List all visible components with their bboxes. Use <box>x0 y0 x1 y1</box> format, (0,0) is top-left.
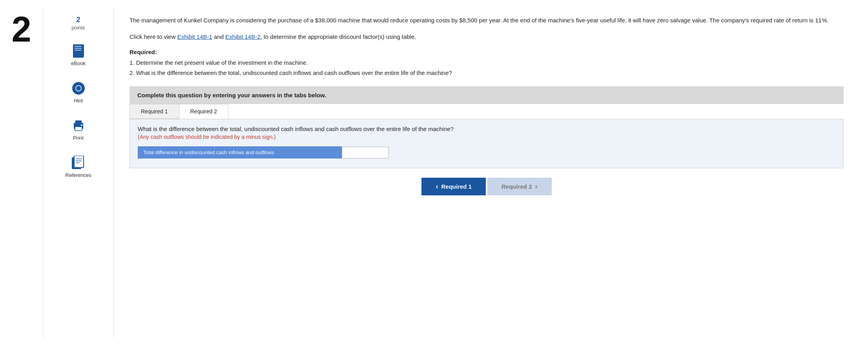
print-label: Print <box>73 135 84 141</box>
book-icon <box>71 43 86 59</box>
question-number: 2 <box>11 12 31 47</box>
required-list: 1. Determine the net present value of th… <box>129 58 844 78</box>
print-icon <box>71 118 86 133</box>
exhibit-line: Click here to view Exhibit 14B-1 and Exh… <box>129 32 844 42</box>
question-number-column: 2 <box>0 8 43 338</box>
exhibit2-link[interactable]: Exhibit 14B-2 <box>225 33 260 40</box>
tabs-container: Required 1 Required 2 <box>129 104 844 119</box>
answer-label: Total difference in undiscounted cash in… <box>138 146 342 158</box>
chevron-right-icon <box>535 182 538 191</box>
required-section: Required: 1. Determine the net present v… <box>129 49 844 78</box>
sidebar-item-ebook[interactable]: eBook <box>43 40 113 69</box>
answer-input[interactable] <box>342 147 389 158</box>
svg-rect-1 <box>75 120 82 124</box>
main-content: The management of Kunkel Company is cons… <box>114 8 859 338</box>
tab-content: What is the difference between the total… <box>129 119 844 168</box>
required-item-1: 1. Determine the net present value of th… <box>129 58 844 68</box>
answer-row: Total difference in undiscounted cash in… <box>138 146 835 158</box>
required2-nav-button: Required 2 <box>487 178 552 195</box>
tab-required2[interactable]: Required 2 <box>179 104 229 119</box>
exhibit-intro: Click here to view <box>129 33 177 40</box>
exhibit-suffix: , to determine the appropriate discount … <box>261 33 416 40</box>
question-body: The management of Kunkel Company is cons… <box>129 16 844 25</box>
sidebar-item-hint[interactable]: Hint <box>43 77 113 107</box>
tab-note: (Any cash outflows should be indicated b… <box>138 134 835 140</box>
points-section: 2 points <box>71 16 85 31</box>
sidebar: 2 points eBook Hint P <box>43 8 114 338</box>
btn1-label: Required 1 <box>441 183 472 190</box>
hint-icon <box>71 80 86 96</box>
svg-point-3 <box>81 124 82 126</box>
ebook-label: eBook <box>71 60 86 66</box>
points-label: points <box>71 25 85 31</box>
references-icon <box>71 155 86 171</box>
instruction-bar: Complete this question by entering your … <box>129 86 844 104</box>
sidebar-item-references[interactable]: References <box>43 152 113 181</box>
references-label: References <box>65 172 91 178</box>
required-item-2: 2. What is the difference between the to… <box>129 68 844 78</box>
nav-buttons: Required 1 Required 2 <box>129 178 844 195</box>
svg-rect-2 <box>75 127 82 131</box>
sidebar-item-print[interactable]: Print <box>43 115 113 144</box>
exhibit-and: and <box>212 33 225 40</box>
tab-question: What is the difference between the total… <box>138 126 835 132</box>
required-header: Required: <box>129 49 844 55</box>
points-value: 2 <box>71 16 85 24</box>
svg-rect-5 <box>74 156 84 168</box>
tab-required1[interactable]: Required 1 <box>129 104 179 119</box>
required1-nav-button[interactable]: Required 1 <box>421 178 486 195</box>
hint-label: Hint <box>74 98 83 104</box>
exhibit1-link[interactable]: Exhibit 14B-1 <box>177 33 212 40</box>
chevron-left-icon <box>436 182 438 191</box>
btn2-label: Required 2 <box>501 183 532 190</box>
